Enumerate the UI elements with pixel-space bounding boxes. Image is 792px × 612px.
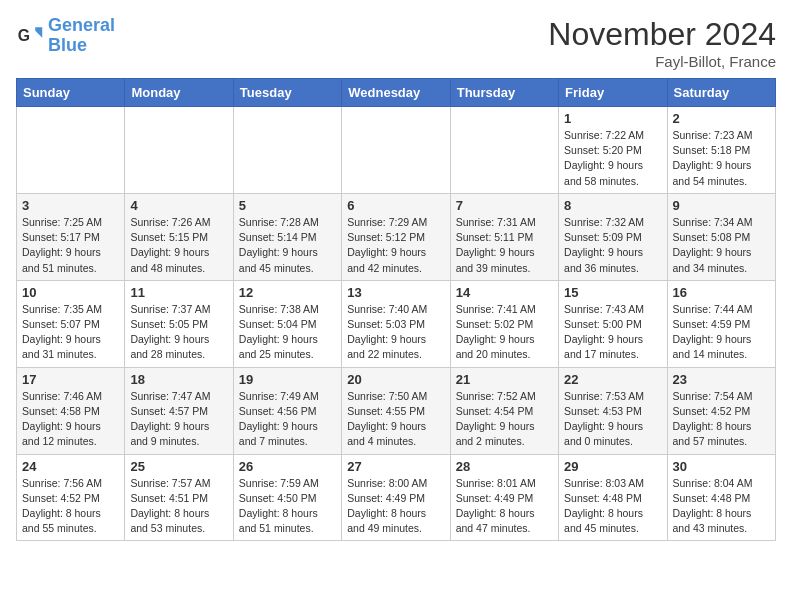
day-info: Sunrise: 7:34 AM Sunset: 5:08 PM Dayligh… [673, 215, 770, 276]
calendar-cell [17, 107, 125, 194]
day-number: 5 [239, 198, 336, 213]
day-info: Sunrise: 7:53 AM Sunset: 4:53 PM Dayligh… [564, 389, 661, 450]
day-info: Sunrise: 7:32 AM Sunset: 5:09 PM Dayligh… [564, 215, 661, 276]
day-number: 27 [347, 459, 444, 474]
day-info: Sunrise: 7:46 AM Sunset: 4:58 PM Dayligh… [22, 389, 119, 450]
title-area: November 2024 Fayl-Billot, France [548, 16, 776, 70]
day-number: 22 [564, 372, 661, 387]
day-info: Sunrise: 7:23 AM Sunset: 5:18 PM Dayligh… [673, 128, 770, 189]
day-number: 11 [130, 285, 227, 300]
location: Fayl-Billot, France [548, 53, 776, 70]
calendar-cell: 15Sunrise: 7:43 AM Sunset: 5:00 PM Dayli… [559, 280, 667, 367]
day-info: Sunrise: 7:37 AM Sunset: 5:05 PM Dayligh… [130, 302, 227, 363]
calendar-cell: 7Sunrise: 7:31 AM Sunset: 5:11 PM Daylig… [450, 193, 558, 280]
logo-icon: G [16, 22, 44, 50]
day-info: Sunrise: 8:00 AM Sunset: 4:49 PM Dayligh… [347, 476, 444, 537]
logo: G GeneralBlue [16, 16, 115, 56]
calendar-cell [125, 107, 233, 194]
calendar-cell: 20Sunrise: 7:50 AM Sunset: 4:55 PM Dayli… [342, 367, 450, 454]
day-number: 25 [130, 459, 227, 474]
day-info: Sunrise: 7:47 AM Sunset: 4:57 PM Dayligh… [130, 389, 227, 450]
calendar-week-1: 1Sunrise: 7:22 AM Sunset: 5:20 PM Daylig… [17, 107, 776, 194]
calendar-cell: 4Sunrise: 7:26 AM Sunset: 5:15 PM Daylig… [125, 193, 233, 280]
calendar-cell: 23Sunrise: 7:54 AM Sunset: 4:52 PM Dayli… [667, 367, 775, 454]
calendar-cell: 1Sunrise: 7:22 AM Sunset: 5:20 PM Daylig… [559, 107, 667, 194]
day-info: Sunrise: 7:41 AM Sunset: 5:02 PM Dayligh… [456, 302, 553, 363]
day-number: 30 [673, 459, 770, 474]
calendar-cell: 21Sunrise: 7:52 AM Sunset: 4:54 PM Dayli… [450, 367, 558, 454]
day-number: 26 [239, 459, 336, 474]
calendar-cell: 8Sunrise: 7:32 AM Sunset: 5:09 PM Daylig… [559, 193, 667, 280]
svg-text:G: G [18, 27, 30, 44]
calendar-cell: 14Sunrise: 7:41 AM Sunset: 5:02 PM Dayli… [450, 280, 558, 367]
day-number: 28 [456, 459, 553, 474]
day-info: Sunrise: 7:28 AM Sunset: 5:14 PM Dayligh… [239, 215, 336, 276]
day-info: Sunrise: 7:52 AM Sunset: 4:54 PM Dayligh… [456, 389, 553, 450]
col-header-monday: Monday [125, 79, 233, 107]
day-info: Sunrise: 7:38 AM Sunset: 5:04 PM Dayligh… [239, 302, 336, 363]
calendar-cell: 11Sunrise: 7:37 AM Sunset: 5:05 PM Dayli… [125, 280, 233, 367]
day-number: 23 [673, 372, 770, 387]
col-header-sunday: Sunday [17, 79, 125, 107]
calendar-cell: 28Sunrise: 8:01 AM Sunset: 4:49 PM Dayli… [450, 454, 558, 541]
day-number: 16 [673, 285, 770, 300]
day-info: Sunrise: 7:31 AM Sunset: 5:11 PM Dayligh… [456, 215, 553, 276]
day-number: 8 [564, 198, 661, 213]
day-number: 9 [673, 198, 770, 213]
day-number: 15 [564, 285, 661, 300]
col-header-saturday: Saturday [667, 79, 775, 107]
day-number: 21 [456, 372, 553, 387]
calendar-cell: 25Sunrise: 7:57 AM Sunset: 4:51 PM Dayli… [125, 454, 233, 541]
day-info: Sunrise: 7:50 AM Sunset: 4:55 PM Dayligh… [347, 389, 444, 450]
calendar-week-4: 17Sunrise: 7:46 AM Sunset: 4:58 PM Dayli… [17, 367, 776, 454]
calendar-cell: 3Sunrise: 7:25 AM Sunset: 5:17 PM Daylig… [17, 193, 125, 280]
day-info: Sunrise: 7:35 AM Sunset: 5:07 PM Dayligh… [22, 302, 119, 363]
day-info: Sunrise: 7:22 AM Sunset: 5:20 PM Dayligh… [564, 128, 661, 189]
calendar-cell: 12Sunrise: 7:38 AM Sunset: 5:04 PM Dayli… [233, 280, 341, 367]
day-info: Sunrise: 8:04 AM Sunset: 4:48 PM Dayligh… [673, 476, 770, 537]
day-number: 13 [347, 285, 444, 300]
calendar-cell: 27Sunrise: 8:00 AM Sunset: 4:49 PM Dayli… [342, 454, 450, 541]
col-header-wednesday: Wednesday [342, 79, 450, 107]
col-header-friday: Friday [559, 79, 667, 107]
calendar-cell: 30Sunrise: 8:04 AM Sunset: 4:48 PM Dayli… [667, 454, 775, 541]
day-number: 3 [22, 198, 119, 213]
calendar-cell: 26Sunrise: 7:59 AM Sunset: 4:50 PM Dayli… [233, 454, 341, 541]
day-info: Sunrise: 7:49 AM Sunset: 4:56 PM Dayligh… [239, 389, 336, 450]
calendar-cell: 6Sunrise: 7:29 AM Sunset: 5:12 PM Daylig… [342, 193, 450, 280]
calendar-week-5: 24Sunrise: 7:56 AM Sunset: 4:52 PM Dayli… [17, 454, 776, 541]
day-number: 1 [564, 111, 661, 126]
day-info: Sunrise: 7:40 AM Sunset: 5:03 PM Dayligh… [347, 302, 444, 363]
day-info: Sunrise: 7:29 AM Sunset: 5:12 PM Dayligh… [347, 215, 444, 276]
day-number: 2 [673, 111, 770, 126]
day-number: 17 [22, 372, 119, 387]
calendar-week-3: 10Sunrise: 7:35 AM Sunset: 5:07 PM Dayli… [17, 280, 776, 367]
calendar-week-2: 3Sunrise: 7:25 AM Sunset: 5:17 PM Daylig… [17, 193, 776, 280]
day-info: Sunrise: 8:03 AM Sunset: 4:48 PM Dayligh… [564, 476, 661, 537]
day-number: 7 [456, 198, 553, 213]
day-info: Sunrise: 7:26 AM Sunset: 5:15 PM Dayligh… [130, 215, 227, 276]
day-number: 10 [22, 285, 119, 300]
calendar-cell [450, 107, 558, 194]
day-number: 24 [22, 459, 119, 474]
calendar-cell [233, 107, 341, 194]
calendar-cell: 13Sunrise: 7:40 AM Sunset: 5:03 PM Dayli… [342, 280, 450, 367]
day-number: 12 [239, 285, 336, 300]
header: G GeneralBlue November 2024 Fayl-Billot,… [16, 16, 776, 70]
calendar-cell: 9Sunrise: 7:34 AM Sunset: 5:08 PM Daylig… [667, 193, 775, 280]
day-number: 20 [347, 372, 444, 387]
day-number: 14 [456, 285, 553, 300]
day-info: Sunrise: 8:01 AM Sunset: 4:49 PM Dayligh… [456, 476, 553, 537]
col-header-thursday: Thursday [450, 79, 558, 107]
calendar-cell: 29Sunrise: 8:03 AM Sunset: 4:48 PM Dayli… [559, 454, 667, 541]
day-info: Sunrise: 7:44 AM Sunset: 4:59 PM Dayligh… [673, 302, 770, 363]
day-info: Sunrise: 7:59 AM Sunset: 4:50 PM Dayligh… [239, 476, 336, 537]
calendar-cell: 5Sunrise: 7:28 AM Sunset: 5:14 PM Daylig… [233, 193, 341, 280]
logo-text: GeneralBlue [48, 16, 115, 56]
calendar-cell: 24Sunrise: 7:56 AM Sunset: 4:52 PM Dayli… [17, 454, 125, 541]
day-number: 19 [239, 372, 336, 387]
svg-marker-1 [35, 27, 42, 38]
day-number: 4 [130, 198, 227, 213]
day-info: Sunrise: 7:56 AM Sunset: 4:52 PM Dayligh… [22, 476, 119, 537]
calendar-cell: 22Sunrise: 7:53 AM Sunset: 4:53 PM Dayli… [559, 367, 667, 454]
